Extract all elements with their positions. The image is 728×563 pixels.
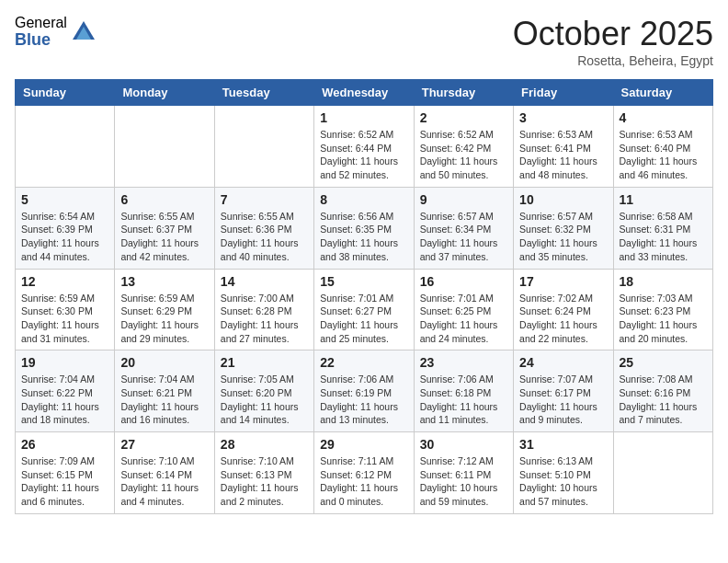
calendar-cell: 20Sunrise: 7:04 AM Sunset: 6:21 PM Dayli… [115, 350, 214, 432]
calendar-cell [214, 106, 313, 188]
day-number: 22 [320, 355, 407, 370]
day-info: Sunrise: 7:05 AM Sunset: 6:20 PM Dayligh… [221, 373, 308, 427]
calendar-cell: 11Sunrise: 6:58 AM Sunset: 6:31 PM Dayli… [613, 187, 712, 269]
calendar-week-row: 1Sunrise: 6:52 AM Sunset: 6:44 PM Daylig… [16, 106, 713, 188]
calendar-cell: 21Sunrise: 7:05 AM Sunset: 6:20 PM Dayli… [214, 350, 313, 432]
location: Rosetta, Beheira, Egypt [513, 53, 713, 68]
calendar-week-row: 12Sunrise: 6:59 AM Sunset: 6:30 PM Dayli… [16, 269, 713, 350]
day-number: 13 [120, 274, 208, 289]
day-info: Sunrise: 6:52 AM Sunset: 6:42 PM Dayligh… [420, 128, 507, 182]
day-number: 23 [420, 355, 507, 370]
calendar-cell: 25Sunrise: 7:08 AM Sunset: 6:16 PM Dayli… [613, 350, 712, 432]
day-info: Sunrise: 7:12 AM Sunset: 6:11 PM Dayligh… [420, 454, 507, 509]
calendar-cell: 30Sunrise: 7:12 AM Sunset: 6:11 PM Dayli… [414, 432, 513, 514]
calendar-cell: 22Sunrise: 7:06 AM Sunset: 6:19 PM Dayli… [314, 350, 414, 432]
day-info: Sunrise: 7:08 AM Sunset: 6:16 PM Dayligh… [620, 373, 707, 427]
day-info: Sunrise: 6:53 AM Sunset: 6:40 PM Dayligh… [620, 128, 707, 182]
calendar-cell: 8Sunrise: 6:56 AM Sunset: 6:35 PM Daylig… [314, 187, 414, 269]
day-number: 2 [420, 110, 507, 125]
weekday-header: Monday [115, 80, 214, 106]
day-info: Sunrise: 7:01 AM Sunset: 6:27 PM Dayligh… [320, 292, 407, 346]
logo-blue: Blue [15, 31, 67, 50]
weekday-header: Sunday [16, 80, 115, 106]
calendar-cell: 24Sunrise: 7:07 AM Sunset: 6:17 PM Dayli… [514, 350, 613, 432]
calendar-cell: 31Sunrise: 6:13 AM Sunset: 5:10 PM Dayli… [514, 432, 613, 514]
day-number: 11 [620, 192, 707, 207]
calendar-cell: 27Sunrise: 7:10 AM Sunset: 6:14 PM Dayli… [115, 432, 214, 514]
day-info: Sunrise: 6:13 AM Sunset: 5:10 PM Dayligh… [519, 454, 607, 509]
calendar-cell: 28Sunrise: 7:10 AM Sunset: 6:13 PM Dayli… [214, 432, 313, 514]
weekday-header-row: SundayMondayTuesdayWednesdayThursdayFrid… [16, 80, 713, 106]
weekday-header: Wednesday [314, 80, 414, 106]
day-info: Sunrise: 7:10 AM Sunset: 6:14 PM Dayligh… [120, 454, 208, 509]
day-info: Sunrise: 7:06 AM Sunset: 6:19 PM Dayligh… [320, 373, 407, 427]
calendar-week-row: 26Sunrise: 7:09 AM Sunset: 6:15 PM Dayli… [16, 432, 713, 514]
day-number: 4 [620, 110, 707, 125]
logo-general: General [15, 15, 67, 31]
day-number: 18 [620, 274, 707, 289]
calendar-cell: 15Sunrise: 7:01 AM Sunset: 6:27 PM Dayli… [314, 269, 414, 350]
day-info: Sunrise: 7:04 AM Sunset: 6:22 PM Dayligh… [21, 373, 108, 427]
day-number: 26 [21, 437, 108, 452]
day-number: 16 [420, 274, 507, 289]
day-number: 30 [420, 437, 507, 452]
day-number: 28 [221, 437, 308, 452]
logo-icon [71, 19, 97, 45]
calendar-cell: 29Sunrise: 7:11 AM Sunset: 6:12 PM Dayli… [314, 432, 414, 514]
month-title: October 2025 [513, 15, 713, 53]
day-number: 8 [320, 192, 407, 207]
calendar-cell [613, 432, 712, 514]
day-number: 10 [519, 192, 607, 207]
calendar-cell: 10Sunrise: 6:57 AM Sunset: 6:32 PM Dayli… [514, 187, 613, 269]
calendar-cell: 2Sunrise: 6:52 AM Sunset: 6:42 PM Daylig… [414, 106, 513, 188]
day-number: 6 [120, 192, 208, 207]
calendar-cell [16, 106, 115, 188]
calendar-cell: 13Sunrise: 6:59 AM Sunset: 6:29 PM Dayli… [115, 269, 214, 350]
day-number: 15 [320, 274, 407, 289]
weekday-header: Friday [514, 80, 613, 106]
day-info: Sunrise: 7:04 AM Sunset: 6:21 PM Dayligh… [120, 373, 208, 427]
day-number: 21 [221, 355, 308, 370]
day-info: Sunrise: 6:58 AM Sunset: 6:31 PM Dayligh… [620, 210, 707, 264]
day-number: 25 [620, 355, 707, 370]
calendar-cell: 3Sunrise: 6:53 AM Sunset: 6:41 PM Daylig… [514, 106, 613, 188]
calendar-cell: 26Sunrise: 7:09 AM Sunset: 6:15 PM Dayli… [16, 432, 115, 514]
day-info: Sunrise: 7:06 AM Sunset: 6:18 PM Dayligh… [420, 373, 507, 427]
day-info: Sunrise: 6:59 AM Sunset: 6:30 PM Dayligh… [21, 292, 108, 346]
day-number: 24 [519, 355, 607, 370]
calendar-cell: 23Sunrise: 7:06 AM Sunset: 6:18 PM Dayli… [414, 350, 513, 432]
day-number: 17 [519, 274, 607, 289]
day-info: Sunrise: 7:02 AM Sunset: 6:24 PM Dayligh… [519, 292, 607, 346]
day-info: Sunrise: 6:55 AM Sunset: 6:36 PM Dayligh… [221, 210, 308, 264]
calendar-cell: 6Sunrise: 6:55 AM Sunset: 6:37 PM Daylig… [115, 187, 214, 269]
day-info: Sunrise: 6:55 AM Sunset: 6:37 PM Dayligh… [120, 210, 208, 264]
day-number: 1 [320, 110, 407, 125]
logo: General Blue [15, 15, 97, 49]
calendar-cell: 7Sunrise: 6:55 AM Sunset: 6:36 PM Daylig… [214, 187, 313, 269]
logo-text: General Blue [15, 15, 67, 49]
day-info: Sunrise: 7:07 AM Sunset: 6:17 PM Dayligh… [519, 373, 607, 427]
day-number: 5 [21, 192, 108, 207]
day-info: Sunrise: 6:59 AM Sunset: 6:29 PM Dayligh… [120, 292, 208, 346]
day-number: 20 [120, 355, 208, 370]
day-info: Sunrise: 7:11 AM Sunset: 6:12 PM Dayligh… [320, 454, 407, 509]
calendar-cell: 14Sunrise: 7:00 AM Sunset: 6:28 PM Dayli… [214, 269, 313, 350]
day-info: Sunrise: 6:52 AM Sunset: 6:44 PM Dayligh… [320, 128, 407, 182]
weekday-header: Saturday [613, 80, 712, 106]
day-number: 19 [21, 355, 108, 370]
day-number: 3 [519, 110, 607, 125]
day-number: 27 [120, 437, 208, 452]
day-info: Sunrise: 7:09 AM Sunset: 6:15 PM Dayligh… [21, 454, 108, 509]
calendar-week-row: 19Sunrise: 7:04 AM Sunset: 6:22 PM Dayli… [16, 350, 713, 432]
day-info: Sunrise: 7:01 AM Sunset: 6:25 PM Dayligh… [420, 292, 507, 346]
calendar-week-row: 5Sunrise: 6:54 AM Sunset: 6:39 PM Daylig… [16, 187, 713, 269]
day-info: Sunrise: 7:03 AM Sunset: 6:23 PM Dayligh… [620, 292, 707, 346]
day-info: Sunrise: 6:54 AM Sunset: 6:39 PM Dayligh… [21, 210, 108, 264]
day-info: Sunrise: 6:53 AM Sunset: 6:41 PM Dayligh… [519, 128, 607, 182]
day-number: 31 [519, 437, 607, 452]
calendar-cell: 19Sunrise: 7:04 AM Sunset: 6:22 PM Dayli… [16, 350, 115, 432]
day-number: 29 [320, 437, 407, 452]
day-number: 9 [420, 192, 507, 207]
day-info: Sunrise: 7:00 AM Sunset: 6:28 PM Dayligh… [221, 292, 308, 346]
calendar-cell: 1Sunrise: 6:52 AM Sunset: 6:44 PM Daylig… [314, 106, 414, 188]
